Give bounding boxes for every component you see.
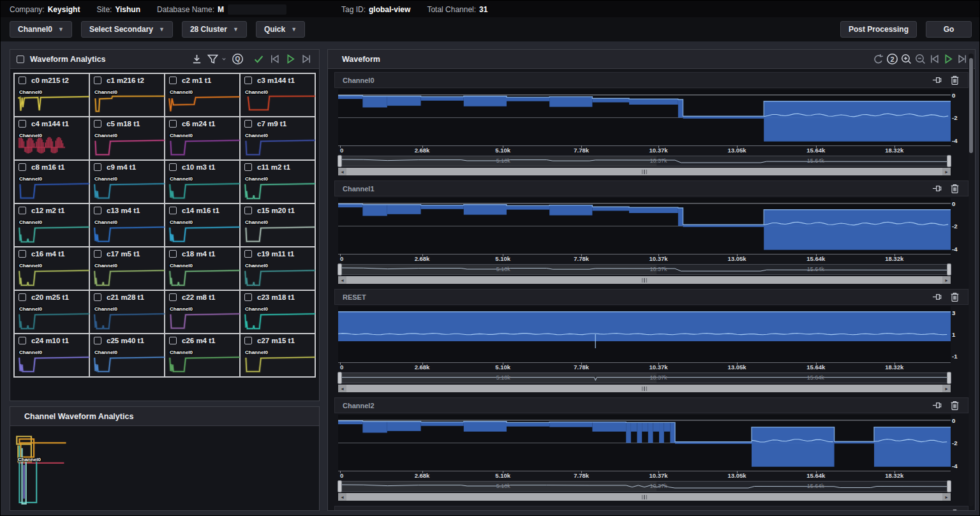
skip-back-icon[interactable] xyxy=(928,53,940,65)
zoom-out-icon[interactable] xyxy=(914,53,926,65)
check-icon[interactable] xyxy=(253,53,265,65)
cluster-dropdown[interactable]: 28 Cluster▼ xyxy=(182,21,247,38)
cluster-thumbnail[interactable]: c1 m216 t2Channel0 xyxy=(89,73,165,117)
cluster-thumbnail[interactable]: c19 m11 t1Channel0 xyxy=(240,247,315,290)
cluster-thumbnail[interactable]: c14 m16 t1Channel0 xyxy=(165,203,240,247)
pin-icon[interactable] xyxy=(932,291,943,302)
minimap-right-handle[interactable] xyxy=(947,480,951,492)
cluster-thumbnail[interactable]: c3 m144 t1Channel0 xyxy=(240,73,315,117)
waveform-plot[interactable]: 0-2-4 xyxy=(338,415,951,471)
cluster-checkbox[interactable] xyxy=(169,77,177,84)
cluster-checkbox[interactable] xyxy=(94,163,101,171)
two-circle-icon[interactable]: 2 xyxy=(886,53,898,65)
undo-icon[interactable] xyxy=(872,53,884,65)
pin-icon[interactable] xyxy=(932,508,943,510)
cluster-checkbox[interactable] xyxy=(244,77,252,84)
select-secondary-dropdown[interactable]: Select Secondary▼ xyxy=(81,21,173,38)
scrollbar-grip[interactable] xyxy=(642,170,648,174)
cluster-thumbnail[interactable]: c8 m16 t1Channel0 xyxy=(14,160,89,203)
cluster-checkbox[interactable] xyxy=(169,207,177,214)
scroll-left-arrow[interactable]: ◂ xyxy=(338,385,346,392)
vertical-scrollbar-thumb[interactable] xyxy=(969,58,973,153)
cluster-thumbnail[interactable]: c17 m5 t1Channel0 xyxy=(89,247,165,290)
cluster-checkbox[interactable] xyxy=(244,250,252,258)
overview-minimap[interactable]: 5.10k10.37k15.64k xyxy=(338,264,951,275)
horizontal-scrollbar[interactable]: ◂▸ xyxy=(338,385,951,392)
cluster-thumbnail[interactable]: c7 m9 t1Channel0 xyxy=(240,117,315,160)
cluster-thumbnail[interactable]: c12 m2 t1Channel0 xyxy=(14,203,89,247)
play-icon[interactable] xyxy=(942,53,954,65)
overview-minimap[interactable]: 5.10k10.37k15.64k xyxy=(338,156,951,166)
quick-dropdown[interactable]: Quick▼ xyxy=(256,21,305,38)
cluster-checkbox[interactable] xyxy=(19,250,26,258)
minimap-left-handle[interactable] xyxy=(338,372,342,384)
cluster-thumbnail[interactable]: c16 m4 t1Channel0 xyxy=(14,247,89,290)
post-processing-button[interactable]: Post Processing xyxy=(840,21,917,38)
minimap-left-handle[interactable] xyxy=(338,263,342,276)
pin-icon[interactable] xyxy=(932,183,943,194)
cluster-thumbnail[interactable]: c10 m3 t1Channel0 xyxy=(165,160,240,203)
cluster-checkbox[interactable] xyxy=(19,120,26,128)
minimap-right-handle[interactable] xyxy=(947,263,951,276)
cluster-checkbox[interactable] xyxy=(94,77,101,84)
cluster-thumbnail[interactable]: c4 m144 t1Channel0 xyxy=(14,117,89,160)
cluster-thumbnail[interactable]: c15 m20 t1Channel0 xyxy=(240,203,315,247)
waveform-plot[interactable]: 0-2-4 xyxy=(338,89,951,145)
cluster-thumbnail[interactable]: c21 m28 t1Channel0 xyxy=(89,290,165,334)
cluster-checkbox[interactable] xyxy=(94,207,101,214)
horizontal-scrollbar[interactable]: ◂▸ xyxy=(338,168,951,175)
minimap-left-handle[interactable] xyxy=(338,155,342,167)
overview-minimap[interactable]: 5.10k10.37k15.64k xyxy=(338,481,951,492)
cluster-checkbox[interactable] xyxy=(244,163,252,171)
cluster-thumbnail[interactable]: c0 m215 t2Channel0 xyxy=(14,73,89,117)
cluster-checkbox[interactable] xyxy=(19,163,26,171)
cluster-thumbnail[interactable]: c9 m4 t1Channel0 xyxy=(89,160,165,203)
cluster-checkbox[interactable] xyxy=(169,250,177,258)
cluster-checkbox[interactable] xyxy=(19,337,26,344)
cluster-checkbox[interactable] xyxy=(19,293,26,301)
scrollbar-grip[interactable] xyxy=(642,278,648,283)
pin-icon[interactable] xyxy=(932,400,943,411)
cluster-checkbox[interactable] xyxy=(19,207,26,214)
cluster-checkbox[interactable] xyxy=(94,120,101,128)
cluster-thumbnail[interactable]: c26 m4 t1Channel0 xyxy=(165,334,240,377)
scroll-left-arrow[interactable]: ◂ xyxy=(338,276,346,284)
trash-icon[interactable] xyxy=(949,400,960,411)
cluster-checkbox[interactable] xyxy=(244,293,252,301)
cluster-thumbnail[interactable]: c2 m1 t1Channel0 xyxy=(165,73,240,117)
cluster-checkbox[interactable] xyxy=(169,120,177,128)
minimap-left-handle[interactable] xyxy=(338,480,342,492)
go-button[interactable]: Go xyxy=(926,21,972,38)
trash-icon[interactable] xyxy=(949,508,960,510)
cluster-thumbnail[interactable]: c18 m4 t1Channel0 xyxy=(165,247,240,290)
scrollbar-grip[interactable] xyxy=(642,387,648,391)
overview-minimap[interactable]: 5.10k10.37k15.64k xyxy=(338,372,951,383)
trash-icon[interactable] xyxy=(949,75,960,85)
zoom-in-icon[interactable] xyxy=(900,53,912,65)
skip-back-icon[interactable] xyxy=(269,53,281,65)
cluster-checkbox[interactable] xyxy=(94,250,101,258)
scroll-right-arrow[interactable]: ▸ xyxy=(942,276,951,284)
cluster-thumbnail[interactable]: c20 m25 t1Channel0 xyxy=(14,290,89,334)
cluster-thumbnail[interactable]: c13 m4 t1Channel0 xyxy=(89,203,165,247)
select-all-checkbox[interactable] xyxy=(17,55,24,63)
cluster-checkbox[interactable] xyxy=(94,337,101,344)
cluster-checkbox[interactable] xyxy=(19,77,26,84)
horizontal-scrollbar[interactable]: ◂▸ xyxy=(338,493,951,501)
horizontal-scrollbar[interactable]: ◂▸ xyxy=(338,276,951,284)
scrollbar-grip[interactable] xyxy=(642,495,648,499)
waveform-plot[interactable]: 31-1 xyxy=(338,306,951,362)
waveform-plot[interactable]: 0-2-4 xyxy=(338,198,951,254)
cluster-thumbnail[interactable]: c22 m8 t1Channel0 xyxy=(165,290,240,334)
cluster-checkbox[interactable] xyxy=(169,337,177,344)
pin-icon[interactable] xyxy=(932,75,943,85)
cluster-thumbnail[interactable]: c27 m15 t1Channel0 xyxy=(240,334,315,377)
cluster-thumbnail[interactable]: c11 m2 t1Channel0 xyxy=(240,160,315,203)
cluster-thumbnail[interactable]: c6 m24 t1Channel0 xyxy=(165,117,240,160)
scroll-right-arrow[interactable]: ▸ xyxy=(942,168,951,175)
cluster-thumbnail[interactable]: c24 m10 t1Channel0 xyxy=(14,334,89,377)
trash-icon[interactable] xyxy=(949,291,960,302)
scroll-right-arrow[interactable]: ▸ xyxy=(942,493,951,501)
cluster-checkbox[interactable] xyxy=(169,293,177,301)
cluster-checkbox[interactable] xyxy=(169,163,177,171)
